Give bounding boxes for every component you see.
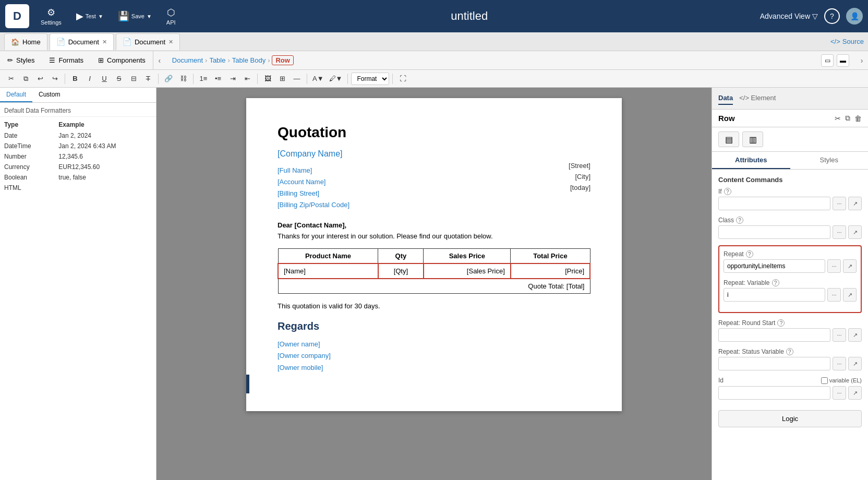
if-input[interactable] xyxy=(718,197,830,210)
fullscreen-button[interactable]: ⛶ xyxy=(396,72,409,86)
image-button[interactable]: 🖼 xyxy=(261,72,274,86)
repeat-link-btn[interactable]: ↗ xyxy=(843,259,857,273)
bg-color-button[interactable]: 🖊▼ xyxy=(327,72,345,86)
breadcrumb-table[interactable]: Table xyxy=(209,56,225,64)
repeat-input[interactable] xyxy=(724,259,825,273)
api-button[interactable]: ⬡ API xyxy=(163,5,179,28)
layout-btn-2[interactable]: ▥ xyxy=(742,131,763,147)
repeat-status-variable-help-icon[interactable]: ? xyxy=(786,348,793,355)
breadcrumb-view-btn-1[interactable]: ▭ xyxy=(821,54,834,67)
unlink-button[interactable]: ⛓ xyxy=(176,72,190,86)
repeat-variable-input[interactable] xyxy=(724,288,825,302)
avatar-button[interactable]: 👤 xyxy=(846,8,863,25)
link-button[interactable]: 🔗 xyxy=(162,72,175,86)
id-input[interactable] xyxy=(718,386,830,400)
cut-button[interactable]: ✂ xyxy=(4,72,18,86)
outdent-button[interactable]: ⇤ xyxy=(240,72,254,86)
td-name[interactable]: [Name] xyxy=(278,263,378,279)
settings-button[interactable]: ⚙ Settings xyxy=(38,5,65,28)
repeat-variable-link-btn[interactable]: ↗ xyxy=(843,288,857,302)
repeat-round-start-expand-btn[interactable]: ··· xyxy=(833,328,846,342)
breadcrumb-row[interactable]: Row xyxy=(272,55,293,65)
format-select[interactable]: Format xyxy=(351,73,389,85)
td-qty[interactable]: [Qty] xyxy=(378,263,424,279)
breadcrumb-prev-button[interactable]: ‹ xyxy=(153,54,166,67)
tab-document-1[interactable]: 📄 Document ✕ xyxy=(50,33,114,50)
repeat-round-start-link-btn[interactable]: ↗ xyxy=(848,328,862,342)
help-button[interactable]: ? xyxy=(824,8,840,24)
table-data-row[interactable]: [Name] [Qty] [Sales Price] [Price] xyxy=(278,263,590,279)
table-button[interactable]: ⊞ xyxy=(275,72,289,86)
repeat-expand-btn[interactable]: ··· xyxy=(827,259,841,273)
rp-data-tab[interactable]: Data xyxy=(718,92,733,105)
rp-attributes-tab[interactable]: Attributes xyxy=(712,152,790,169)
variable-el-checkbox[interactable]: variable (EL) xyxy=(821,377,862,384)
rp-element-tab[interactable]: </> Element xyxy=(739,92,776,105)
delete-button[interactable]: 🗑 xyxy=(854,114,862,123)
doc-full-name[interactable]: [Full Name] xyxy=(278,165,590,176)
if-expand-btn[interactable]: ··· xyxy=(833,197,846,210)
repeat-status-variable-input[interactable] xyxy=(718,357,830,370)
breadcrumb-table-body[interactable]: Table Body xyxy=(232,56,266,64)
td-price[interactable]: [Price] xyxy=(511,263,590,279)
formatter-type-0: Date xyxy=(0,130,54,141)
scissors-button[interactable]: ✂ xyxy=(835,114,841,123)
formatter-table: Type Example DateJan 2, 2024DateTimeJan … xyxy=(0,119,156,193)
tab-close-1[interactable]: ✕ xyxy=(102,39,107,45)
class-input[interactable] xyxy=(718,225,830,239)
custom-tab[interactable]: Custom xyxy=(32,88,66,102)
doc-billing-street[interactable]: [Billing Street] xyxy=(278,188,590,199)
breadcrumb-next-button[interactable]: › xyxy=(855,54,868,67)
repeat-status-variable-expand-btn[interactable]: ··· xyxy=(833,357,846,370)
redo-button[interactable]: ↪ xyxy=(48,72,62,86)
tab-close-2[interactable]: ✕ xyxy=(168,39,173,45)
indent-button[interactable]: ⇥ xyxy=(226,72,239,86)
undo-button[interactable]: ↩ xyxy=(33,72,47,86)
class-help-icon[interactable]: ? xyxy=(736,217,743,224)
copy-panel-button[interactable]: ⧉ xyxy=(845,114,850,123)
rp-layout-row: ▤ ▥ xyxy=(712,127,868,152)
doc-company[interactable]: [Company Name] xyxy=(278,149,590,159)
layout-btn-1[interactable]: ▤ xyxy=(718,131,739,147)
id-expand-btn[interactable]: ··· xyxy=(833,386,846,400)
id-link-btn[interactable]: ↗ xyxy=(848,386,862,400)
rp-styles-tab[interactable]: Styles xyxy=(790,152,869,169)
breadcrumb-view-btn-2[interactable]: ▬ xyxy=(837,54,849,67)
underline-button[interactable]: U xyxy=(98,72,111,86)
subscript-button[interactable]: ⊟ xyxy=(127,72,140,86)
class-link-btn[interactable]: ↗ xyxy=(848,225,862,239)
clear-format-button[interactable]: T̶ xyxy=(141,72,155,86)
ol-button[interactable]: 1≡ xyxy=(197,72,210,86)
strikethrough-button[interactable]: S xyxy=(112,72,126,86)
ul-button[interactable]: •≡ xyxy=(211,72,225,86)
repeat-round-start-input[interactable] xyxy=(718,328,830,342)
breadcrumb-document[interactable]: Document xyxy=(172,56,203,64)
components-tab[interactable]: ⊞ Components xyxy=(91,51,153,69)
class-expand-btn[interactable]: ··· xyxy=(833,225,846,239)
repeat-variable-expand-btn[interactable]: ··· xyxy=(827,288,841,302)
doc-account-name[interactable]: [Account Name] xyxy=(278,176,590,188)
if-link-btn[interactable]: ↗ xyxy=(848,197,862,210)
advanced-view-button[interactable]: Advanced View ▽ xyxy=(760,12,818,20)
bold-button[interactable]: B xyxy=(68,72,82,86)
formats-tab[interactable]: ☰ Formats xyxy=(42,51,91,69)
tab-document-2[interactable]: 📄 Document ✕ xyxy=(116,33,180,50)
italic-button[interactable]: I xyxy=(83,72,97,86)
logic-button[interactable]: Logic xyxy=(718,410,862,427)
repeat-variable-help-icon[interactable]: ? xyxy=(772,279,779,286)
doc-billing-zip[interactable]: [Billing Zip/Postal Code] xyxy=(278,199,590,211)
if-help-icon[interactable]: ? xyxy=(724,188,731,195)
td-sales-price[interactable]: [Sales Price] xyxy=(424,263,511,279)
repeat-round-start-help-icon[interactable]: ? xyxy=(777,319,785,327)
save-button[interactable]: 💾 Save ▼ xyxy=(115,8,155,24)
source-button[interactable]: </> Source xyxy=(830,38,864,45)
tab-home[interactable]: 🏠 Home xyxy=(4,33,47,50)
default-tab[interactable]: Default xyxy=(0,88,32,102)
hr-button[interactable]: — xyxy=(290,72,304,86)
copy-button[interactable]: ⧉ xyxy=(19,72,32,86)
styles-tab[interactable]: ✏ Styles xyxy=(0,51,42,69)
font-color-button[interactable]: A▼ xyxy=(310,72,326,86)
repeat-status-variable-link-btn[interactable]: ↗ xyxy=(848,357,862,370)
test-button[interactable]: ▶ Test ▼ xyxy=(73,8,106,24)
repeat-help-icon[interactable]: ? xyxy=(746,250,753,258)
